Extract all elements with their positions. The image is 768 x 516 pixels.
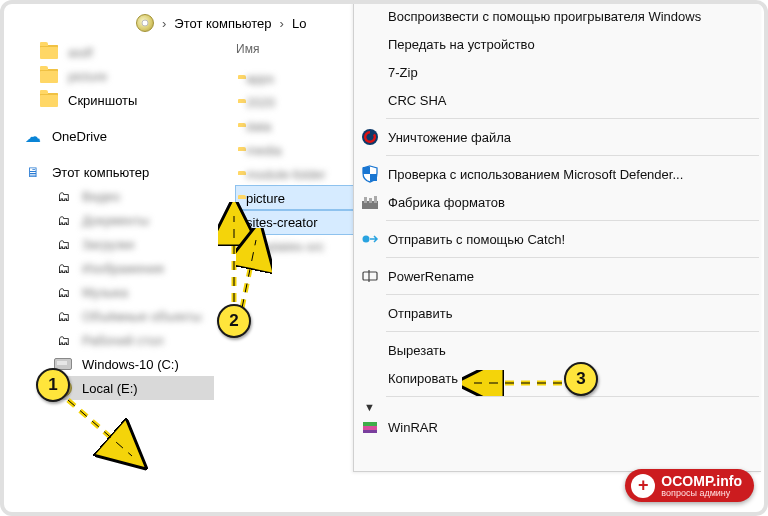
separator [386,257,759,258]
separator [386,331,759,332]
ctx-powerrename[interactable]: PowerRename [354,262,761,290]
system-folder-icon: 🗂 [54,235,72,253]
ctx-label: PowerRename [388,269,474,284]
ctx-label: Фабрика форматов [388,195,505,210]
sidebar-item-label: Рабочий стол [82,333,164,348]
file-name: apps [246,71,274,86]
sidebar-item-label: Загрузки [82,237,134,252]
sidebar-pc-item[interactable]: 🗂Изображения [50,256,214,280]
breadcrumb-drive[interactable]: Lo [292,16,306,31]
file-row[interactable]: apps [236,66,354,90]
svg-rect-6 [374,196,377,203]
chevron-right-icon: › [280,16,284,31]
separator [386,155,759,156]
system-folder-icon: 🗂 [54,211,72,229]
plus-icon: + [631,474,655,498]
system-folder-icon: 🗂 [54,331,72,349]
marker-label: 1 [48,375,57,395]
sidebar-quick-item[interactable]: asdf [36,40,214,64]
separator [386,294,759,295]
file-name: module-folder [246,167,326,182]
cd-icon [136,14,154,32]
sidebar-item-label: picture [68,69,107,84]
pc-icon: 🖥 [24,163,42,181]
sidebar-this-pc[interactable]: 🖥 Этот компьютер [24,160,214,184]
ctx-label: Вырезать [388,343,446,358]
file-name: media [246,143,281,158]
ctx-cut[interactable]: Вырезать [354,336,761,364]
sidebar-pc-item[interactable]: 🗂Музыка [50,280,214,304]
sidebar-pc-item[interactable]: 🗂Загрузки [50,232,214,256]
file-row[interactable]: 2020 [236,90,354,114]
separator [386,118,759,119]
sidebar-item-label: OneDrive [52,129,107,144]
annotation-marker-1: 1 [36,368,70,402]
ctx-label: 7-Zip [388,65,418,80]
breadcrumb-location[interactable]: Этот компьютер [174,16,271,31]
marker-label: 3 [576,369,585,389]
ctx-label: Передать на устройство [388,37,535,52]
system-folder-icon: 🗂 [54,187,72,205]
ctx-defender-scan[interactable]: Проверка с использованием Microsoft Defe… [354,160,761,188]
ctx-secure-delete[interactable]: Уничтожение файла [354,123,761,151]
annotation-marker-2: 2 [217,304,251,338]
factory-icon [360,192,380,212]
svg-rect-8 [363,272,377,280]
svg-rect-4 [364,197,367,203]
ctx-7zip[interactable]: 7-Zip [354,58,761,86]
ctx-format-factory[interactable]: Фабрика форматов [354,188,761,216]
breadcrumb[interactable]: › Этот компьютер › Lo [136,8,306,38]
svg-line-14 [68,400,132,456]
ccleaner-icon [360,127,380,147]
ctx-label: Копировать [388,371,458,386]
separator [386,220,759,221]
folder-icon [40,43,58,61]
ctx-play-media[interactable]: Воспроизвести с помощью проигрывателя Wi… [354,2,761,30]
ctx-label: Воспроизвести с помощью проигрывателя Wi… [388,9,701,24]
sidebar-pc-item[interactable]: 🗂Видео [50,184,214,208]
sidebar-item-label: Скриншоты [68,93,137,108]
rename-icon [360,266,380,286]
sidebar-pc-item[interactable]: 🗂Объёмные объекты [50,304,214,328]
file-row[interactable]: module-folder [236,162,354,186]
file-name: 2020 [246,95,275,110]
sidebar-item-label: Изображения [82,261,164,276]
sidebar-item-label: Музыка [82,285,128,300]
file-row[interactable]: media [236,138,354,162]
ctx-cast-to-device[interactable]: Передать на устройство [354,30,761,58]
sidebar-item-label: Этот компьютер [52,165,149,180]
context-menu: Воспроизвести с помощью проигрывателя Wi… [353,2,761,472]
ctx-crc-sha[interactable]: CRC SHA [354,86,761,114]
ctx-label: WinRAR [388,420,438,435]
ctx-send-to[interactable]: Отправить [354,299,761,327]
sidebar-pc-item[interactable]: 🗂Рабочий стол [50,328,214,352]
folder-icon [40,67,58,85]
column-header-name[interactable]: Имя [236,42,259,56]
ctx-catch-send[interactable]: Отправить с помощью Catch! [354,225,761,253]
sidebar-onedrive[interactable]: ☁ OneDrive [24,124,214,148]
svg-line-18 [242,240,256,308]
file-row[interactable]: data [236,114,354,138]
svg-rect-12 [363,426,377,430]
system-folder-icon: 🗂 [54,259,72,277]
ctx-label: Уничтожение файла [388,130,511,145]
sidebar-item-label: Видео [82,189,120,204]
sidebar-pc-item[interactable]: 🗂Документы [50,208,214,232]
sidebar-item-label: asdf [68,45,93,60]
sidebar-item-label: Windows-10 (C:) [82,357,179,372]
system-folder-icon: 🗂 [54,307,72,325]
expand-chevron-icon[interactable]: ▼ [354,401,761,413]
defender-icon [360,164,380,184]
winrar-icon [360,417,380,437]
watermark-sub: вопросы админу [661,489,742,498]
sidebar-item-label: Объёмные объекты [82,309,202,324]
watermark-title: OCOMP.info [661,473,742,489]
marker-label: 2 [229,311,238,331]
ctx-winrar[interactable]: WinRAR [354,413,761,441]
svg-rect-1 [363,167,370,174]
sidebar-drive-c[interactable]: Windows-10 (C:) [50,352,214,376]
annotation-arrow-2b [236,228,272,314]
sidebar-quick-item-screenshots[interactable]: Скриншоты [36,88,214,112]
sidebar-quick-item[interactable]: picture [36,64,214,88]
svg-point-7 [363,236,370,243]
